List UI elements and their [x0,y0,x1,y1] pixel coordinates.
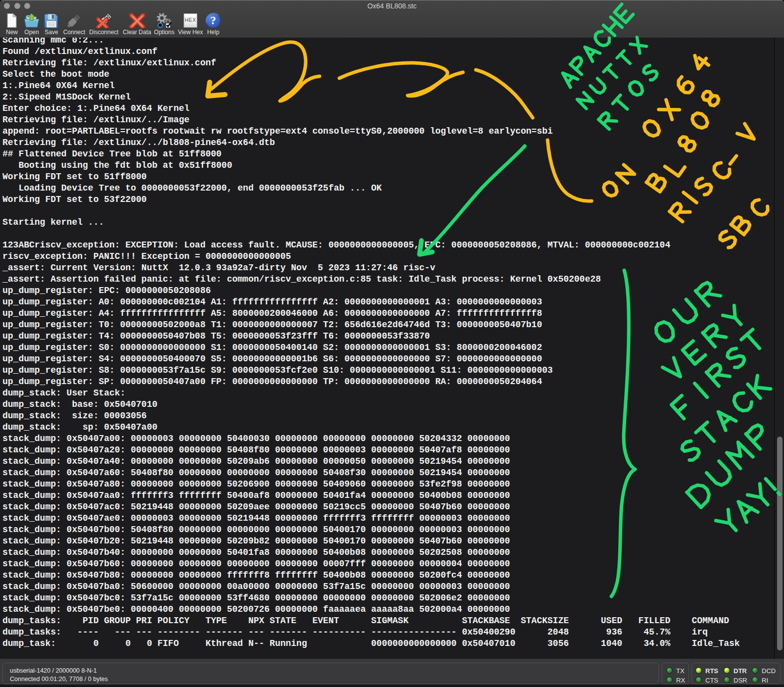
svg-text:HEX: HEX [185,17,196,23]
svg-text:?: ? [210,14,216,27]
